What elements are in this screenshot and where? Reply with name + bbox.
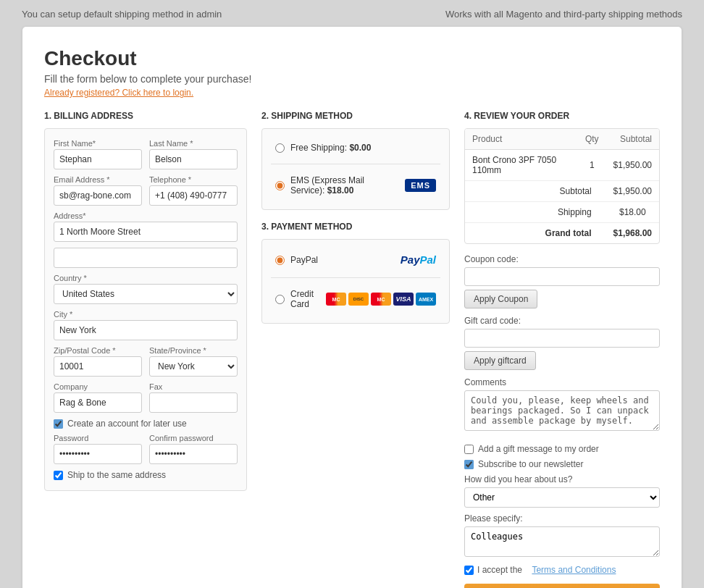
grand-total-value: $1,968.00 xyxy=(606,223,659,244)
ship-same-checkbox[interactable] xyxy=(54,471,63,480)
paypal-logo: PayPal xyxy=(401,253,436,266)
state-select[interactable]: New York California Texas xyxy=(149,356,238,377)
email-label: Email Address * xyxy=(54,175,142,184)
fax-group: Fax xyxy=(149,382,238,413)
shipping-value: $18.00 xyxy=(606,202,659,223)
subtotal-row: Subtotal $1,950.00 xyxy=(465,181,659,202)
col-middle: 2. Shipping Method Free Shipping: $0.00 … xyxy=(261,111,450,324)
create-account-row: Create an account for later use xyxy=(54,419,238,429)
grand-total-row: Grand total $1,968.00 xyxy=(465,223,659,244)
confirm-password-input[interactable] xyxy=(149,444,238,464)
zip-label: Zip/Postal Code * xyxy=(54,346,142,355)
shipping-box: Free Shipping: $0.00 EMS (Express Mail S… xyxy=(261,128,450,210)
shipping-label: Shipping xyxy=(465,202,606,223)
checkout-login[interactable]: Already registered? Click here to login. xyxy=(44,88,660,98)
paypal-text: PayPal xyxy=(401,253,436,266)
discover-icon: DISC xyxy=(348,293,369,306)
shipping-section-title: 2. Shipping Method xyxy=(261,111,450,121)
create-account-checkbox[interactable] xyxy=(54,419,63,429)
payment-creditcard-option: Credit Card MC DISC MC VISA AMEX xyxy=(271,284,440,314)
mc2-icon: MC xyxy=(371,293,391,306)
ship-same-row: Ship to the same address xyxy=(54,470,238,480)
col-product: Product xyxy=(465,129,578,150)
last-name-input[interactable] xyxy=(149,149,238,169)
city-label: City * xyxy=(54,310,238,319)
grand-total-label: Grand total xyxy=(465,223,606,244)
gift-message-checkbox[interactable] xyxy=(464,445,474,454)
city-group: City * xyxy=(54,310,238,340)
country-label: Country * xyxy=(54,274,238,282)
ems-logo: EMS xyxy=(405,179,436,192)
payment-creditcard-radio[interactable] xyxy=(275,295,285,304)
specify-section: Please specify: Colleagues xyxy=(464,513,660,565)
top-note-left: You can setup default shipping method in… xyxy=(22,9,222,20)
payment-creditcard-label: Credit Card xyxy=(290,289,320,309)
city-input[interactable] xyxy=(54,320,238,340)
create-account-label: Create an account for later use xyxy=(67,419,187,429)
gift-message-row: Add a gift message to my order xyxy=(464,444,660,454)
product-subtotal: $1,950.00 xyxy=(606,150,659,181)
newsletter-row: Subscribe to our newsletter xyxy=(464,459,660,469)
country-group: Country * United States Canada United Ki… xyxy=(54,274,238,304)
hear-section: How did you hear about us? Other Google … xyxy=(464,474,660,513)
password-row: Password Confirm password xyxy=(54,434,238,464)
email-group: Email Address * xyxy=(54,175,142,206)
ems-badge: EMS xyxy=(405,179,436,192)
specify-label: Please specify: xyxy=(464,513,660,524)
mastercard-icon: MC xyxy=(326,293,346,306)
gift-input[interactable] xyxy=(464,329,660,348)
password-group: Password xyxy=(54,434,142,464)
shipping-ems-label: EMS (Express Mail Service): $18.00 xyxy=(290,175,399,196)
address2-row xyxy=(54,248,238,268)
phone-group: Telephone * xyxy=(149,175,238,206)
address-input[interactable] xyxy=(54,222,238,242)
email-phone-row: Email Address * Telephone * xyxy=(54,175,238,206)
terms-link[interactable]: Terms and Conditions xyxy=(532,565,616,575)
confirm-password-group: Confirm password xyxy=(149,434,238,464)
company-fax-row: Company Fax xyxy=(54,382,238,413)
address-label: Address* xyxy=(54,211,238,220)
first-name-input[interactable] xyxy=(54,149,142,169)
shipping-free-label: Free Shipping: $0.00 xyxy=(290,143,371,153)
email-input[interactable] xyxy=(54,185,142,206)
hear-select[interactable]: Other Google Friend Social Media Adverti… xyxy=(464,487,660,508)
name-row: First Name* Last Name * xyxy=(54,139,238,169)
address2-input[interactable] xyxy=(54,248,238,268)
phone-input[interactable] xyxy=(149,185,238,206)
last-name-group: Last Name * xyxy=(149,139,238,169)
company-input[interactable] xyxy=(54,392,142,413)
country-select[interactable]: United States Canada United Kingdom xyxy=(54,284,238,304)
checkout-columns: 1. Billing Address First Name* Last Name… xyxy=(44,111,660,588)
password-input[interactable] xyxy=(54,444,142,464)
billing-section-title: 1. Billing Address xyxy=(44,111,247,121)
payment-paypal-radio[interactable] xyxy=(275,256,285,265)
coupon-input[interactable] xyxy=(464,267,660,286)
terms-text: I accept the xyxy=(477,565,522,575)
gift-message-label: Add a gift message to my order xyxy=(478,444,599,454)
specify-textarea[interactable]: Colleagues xyxy=(464,526,660,557)
newsletter-label: Subscribe to our newsletter xyxy=(478,459,583,469)
subtotal-value: $1,950.00 xyxy=(606,181,659,202)
shipping-free-radio[interactable] xyxy=(275,143,285,153)
zip-input[interactable] xyxy=(54,356,142,377)
first-name-group: First Name* xyxy=(54,139,142,169)
apply-giftcard-button[interactable]: Apply giftcard xyxy=(464,351,536,370)
order-table: Product Qty Subtotal Bont Crono 3PF 7050… xyxy=(465,129,659,243)
address-row: Address* xyxy=(54,211,238,242)
shipping-row: Shipping $18.00 xyxy=(465,202,659,223)
first-name-label: First Name* xyxy=(54,139,142,148)
place-order-button[interactable]: PLACE ORDER NOW xyxy=(464,584,660,588)
coupon-label: Coupon code: xyxy=(464,254,660,264)
fax-input[interactable] xyxy=(149,392,238,413)
password-label: Password xyxy=(54,434,142,442)
newsletter-checkbox[interactable] xyxy=(464,460,474,469)
shipping-ems-radio[interactable] xyxy=(275,181,285,190)
terms-checkbox[interactable] xyxy=(464,566,474,575)
gift-label: Gift card code: xyxy=(464,316,660,326)
shipping-divider xyxy=(271,164,440,164)
zip-group: Zip/Postal Code * xyxy=(54,346,142,377)
ship-same-label: Ship to the same address xyxy=(67,470,166,480)
apply-coupon-button[interactable]: Apply Coupon xyxy=(464,290,537,308)
address-group: Address* xyxy=(54,211,238,242)
comments-textarea[interactable]: Could you, please, keep wheels and beari… xyxy=(464,390,660,431)
